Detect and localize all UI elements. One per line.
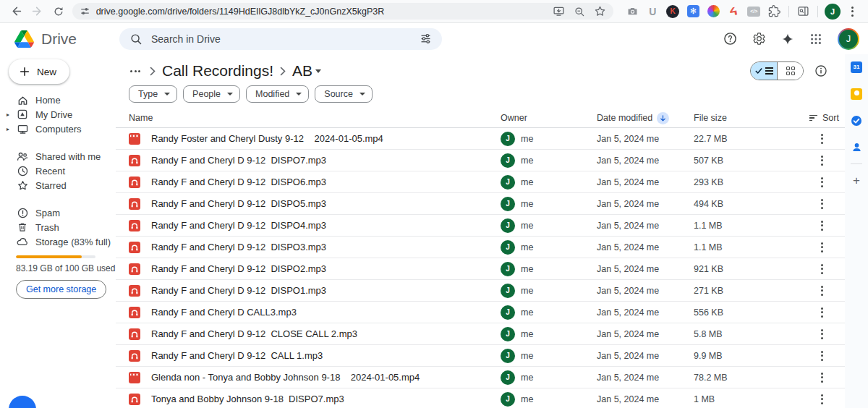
row-actions-button[interactable] — [817, 305, 827, 320]
new-button[interactable]: New — [9, 59, 69, 84]
gear-extension-icon[interactable]: ✻ — [683, 1, 703, 22]
file-row[interactable]: Randy F and Cheryl D 9-12 DISPO4.mp3JmeJ… — [116, 215, 845, 237]
search-input[interactable]: Search in Drive — [151, 33, 411, 45]
file-row[interactable]: Randy F and Cheryl D CALL3.mp3JmeJan 5, … — [116, 302, 845, 323]
file-name[interactable]: Randy F and Cheryl D 9-12 DISPO4.mp3 — [151, 220, 326, 231]
column-owner[interactable]: Owner — [501, 113, 527, 123]
sidebar-item-my-drive[interactable]: ▸My Drive — [0, 107, 116, 122]
file-row[interactable]: Randy F and Cheryl D 9-12 DISPO7.mp3JmeJ… — [116, 150, 845, 171]
file-name[interactable]: Randy F and Cheryl D 9-12 DISPO6.mp3 — [151, 177, 326, 187]
breadcrumb-parent[interactable]: Call Recordings! — [162, 62, 273, 80]
file-name[interactable]: Randy F and Cheryl D 9-12 DISPO7.mp3 — [151, 155, 326, 166]
row-actions-button[interactable] — [817, 196, 827, 212]
extensions-puzzle-icon[interactable] — [764, 1, 784, 22]
grid-view-button[interactable] — [777, 62, 803, 80]
row-actions-button[interactable] — [817, 174, 827, 190]
breadcrumb-current[interactable]: AB — [292, 62, 321, 80]
color-wheel-extension-icon[interactable] — [703, 1, 723, 22]
file-row[interactable]: Randy F and Cheryl D 9-12 CLOSE CALL 2.m… — [116, 323, 845, 345]
row-actions-button[interactable] — [817, 370, 827, 386]
forward-button[interactable] — [27, 1, 48, 22]
install-app-icon[interactable] — [553, 5, 565, 17]
expand-caret-icon[interactable]: ▸ — [7, 111, 9, 118]
row-actions-button[interactable] — [817, 239, 827, 255]
file-row[interactable]: Randy F and Cheryl D 9-12 DISPO5.mp3JmeJ… — [116, 193, 845, 215]
column-name[interactable]: Name — [129, 113, 153, 123]
site-settings-icon[interactable] — [80, 6, 90, 17]
row-actions-button[interactable] — [817, 261, 827, 277]
zoom-icon[interactable] — [574, 6, 585, 17]
sidebar-item-shared-with-me[interactable]: Shared with me — [0, 149, 116, 163]
red-mascot-extension-icon[interactable]: ᔦ — [723, 1, 744, 22]
file-row[interactable]: Randy F and Cheryl D 9-12 DISPO2.mp3JmeJ… — [116, 258, 845, 280]
column-date-modified[interactable]: Date modified — [597, 113, 652, 123]
filter-chip-modified[interactable]: Modified — [246, 85, 309, 103]
sort-direction-button[interactable] — [657, 112, 669, 124]
sidebar-item-home[interactable]: Home — [0, 93, 116, 107]
drive-brand[interactable]: Drive — [0, 30, 119, 48]
get-more-storage-button[interactable]: Get more storage — [16, 280, 106, 299]
address-bar[interactable]: drive.google.com/drive/folders/1149HdEIl… — [72, 3, 614, 20]
help-button[interactable] — [723, 32, 737, 46]
row-actions-button[interactable] — [817, 153, 827, 169]
file-name[interactable]: Randy F and Cheryl D 9-12 DISPO1.mp3 — [151, 285, 326, 296]
file-name[interactable]: Randy F and Cheryl D 9-12 CALL 1.mp3 — [151, 350, 323, 361]
file-name[interactable]: Tonya and Bobby Johnson 9-18 DISPO7.mp3 — [151, 394, 344, 404]
file-name[interactable]: Randy F and Cheryl D 9-12 DISPO2.mp3 — [151, 263, 326, 274]
list-view-button[interactable] — [751, 62, 777, 80]
sidebar-item-spam[interactable]: Spam — [0, 205, 116, 220]
file-name[interactable]: Glenda non - Tonya and Bobby Johnson 9-1… — [151, 372, 420, 383]
row-actions-button[interactable] — [817, 348, 827, 364]
bookmark-star-icon[interactable] — [594, 5, 606, 17]
back-button[interactable] — [6, 1, 27, 22]
file-name[interactable]: Randy F and Cheryl D CALL3.mp3 — [151, 307, 297, 318]
column-file-size[interactable]: File size — [694, 113, 727, 123]
add-icon[interactable]: + — [851, 174, 863, 187]
file-row[interactable]: Glenda non - Tonya and Bobby Johnson 9-1… — [116, 367, 845, 388]
search-bar[interactable]: Search in Drive — [119, 28, 442, 50]
sidebar-item-trash[interactable]: Trash — [0, 220, 116, 234]
file-row[interactable]: Randy F and Cheryl D 9-12 DISPO3.mp3JmeJ… — [116, 237, 845, 258]
details-info-button[interactable] — [814, 64, 827, 77]
row-actions-button[interactable] — [817, 131, 827, 147]
file-name[interactable]: Randy F and Cheryl D 9-12 DISPO5.mp3 — [151, 198, 326, 209]
google-apps-button[interactable] — [809, 33, 822, 46]
camera-extension-icon[interactable] — [622, 1, 642, 22]
reload-button[interactable] — [48, 1, 69, 22]
settings-button[interactable] — [752, 32, 766, 46]
sort-button[interactable]: Sort — [809, 113, 839, 123]
filter-chip-type[interactable]: Type — [129, 85, 177, 103]
row-actions-button[interactable] — [817, 391, 827, 407]
contacts-icon[interactable] — [851, 141, 863, 153]
sidebar-item-starred[interactable]: Starred — [0, 178, 116, 192]
sidebar-item-computers[interactable]: ▸Computers — [0, 122, 116, 136]
search-options-icon[interactable] — [420, 33, 432, 45]
calendar-icon[interactable]: 31 — [851, 61, 863, 73]
keep-icon[interactable] — [851, 88, 863, 100]
sidebar-item-recent[interactable]: Recent — [0, 163, 116, 178]
browser-menu-button[interactable] — [843, 1, 862, 22]
file-row[interactable]: Tonya and Bobby Johnson 9-18 DISPO7.mp3J… — [116, 388, 845, 408]
url-text[interactable]: drive.google.com/drive/folders/1149HdEIl… — [96, 7, 553, 17]
browser-profile-avatar[interactable]: J — [822, 1, 842, 22]
drive-profile-avatar[interactable]: J — [838, 28, 859, 50]
k-extension-icon[interactable]: K — [663, 1, 683, 22]
file-name[interactable]: Randy F and Cheryl D 9-12 CLOSE CALL 2.m… — [151, 328, 357, 339]
row-actions-button[interactable] — [817, 326, 827, 342]
row-actions-button[interactable] — [817, 283, 827, 299]
row-actions-button[interactable] — [817, 218, 827, 234]
file-row[interactable]: Randy Foster and Cheryl Dusty 9-12 2024-… — [116, 128, 845, 150]
breadcrumb-more-button[interactable] — [127, 70, 143, 72]
file-name[interactable]: Randy Foster and Cheryl Dusty 9-12 2024-… — [151, 133, 383, 144]
filter-chip-people[interactable]: People — [183, 85, 240, 103]
sidebar-item-storage-83-full[interactable]: Storage (83% full) — [0, 234, 116, 249]
file-row[interactable]: Randy F and Cheryl D 9-12 DISPO6.mp3JmeJ… — [116, 171, 845, 193]
gemini-button[interactable] — [781, 33, 794, 46]
file-row[interactable]: Randy F and Cheryl D 9-12 CALL 1.mp3JmeJ… — [116, 345, 845, 367]
expand-caret-icon[interactable]: ▸ — [7, 126, 9, 132]
u-extension-icon[interactable]: U — [642, 1, 663, 22]
code-extension-icon[interactable]: </> — [744, 1, 764, 22]
file-row[interactable]: Randy F and Cheryl D 9-12 DISPO1.mp3JmeJ… — [116, 280, 845, 302]
side-panel-button[interactable] — [793, 1, 813, 22]
file-name[interactable]: Randy F and Cheryl D 9-12 DISPO3.mp3 — [151, 242, 326, 252]
